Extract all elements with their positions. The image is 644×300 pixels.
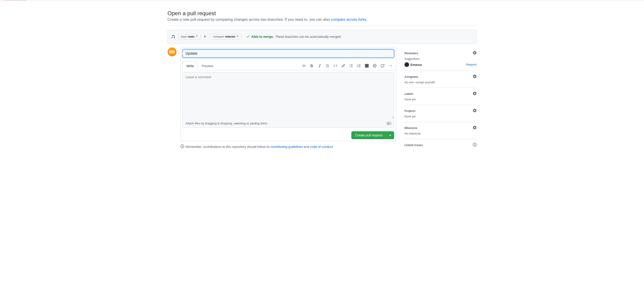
linked-issues-heading: Linked issues (404, 144, 423, 147)
arrow-left-icon (204, 35, 207, 39)
contributing-link[interactable]: contributing guidelines (271, 145, 303, 149)
milestone-value: No milestone (404, 132, 476, 135)
tab-write[interactable]: Write (182, 62, 198, 70)
footer-note: Remember, contributions to this reposito… (180, 144, 396, 149)
cross-reference-icon[interactable] (381, 64, 384, 68)
compare-forks-link[interactable]: compare across forks (331, 17, 366, 21)
user-avatar[interactable]: OS (168, 47, 177, 56)
milestone-heading[interactable]: Milestone (404, 126, 417, 130)
merge-detail-text: These branches can be automatically merg… (275, 35, 342, 38)
tab-preview[interactable]: Preview (198, 62, 217, 70)
compare-branch-selector[interactable]: compare: refactor (210, 34, 242, 40)
tasklist-icon[interactable] (365, 64, 369, 68)
unordered-list-icon[interactable] (349, 64, 353, 68)
markdown-icon[interactable]: M↓ (387, 122, 391, 125)
base-branch-name: main (188, 35, 194, 38)
projects-heading[interactable]: Projects (404, 109, 415, 113)
info-icon[interactable] (473, 143, 476, 147)
git-compare-icon (172, 35, 175, 39)
attach-hint-text[interactable]: Attach files by dragging & dropping, sel… (186, 122, 268, 125)
formatting-toolbar: ▼ (302, 64, 394, 68)
italic-icon[interactable] (318, 64, 322, 68)
footer-prefix: Remember, contributions to this reposito… (186, 145, 271, 149)
reviewers-suggestions-label: Suggestions (404, 57, 476, 60)
page-subtitle: Create a new pull request by comparing c… (168, 17, 476, 22)
quote-icon[interactable] (326, 64, 330, 68)
page-top-border (0, 0, 644, 1)
assign-yourself-link[interactable]: assign yourself (416, 81, 435, 84)
compare-branch-name: refactor (225, 35, 236, 38)
gear-icon[interactable] (473, 74, 476, 79)
assignees-prefix: No one— (404, 81, 416, 84)
subtitle-text: Create a new pull request by comparing c… (168, 17, 331, 21)
code-of-conduct-link[interactable]: code of conduct (310, 145, 333, 149)
projects-value: None yet (404, 115, 476, 118)
ordered-list-icon[interactable] (357, 64, 361, 68)
pr-form-box: Write Preview (180, 47, 396, 141)
gear-icon[interactable] (473, 51, 476, 55)
merge-able-label: Able to merge. (251, 35, 274, 38)
heading-icon[interactable] (302, 64, 306, 68)
reviewer-username[interactable]: Emanuz (410, 63, 422, 66)
footer-suffix: . (333, 145, 334, 149)
subtitle-suffix: . (366, 17, 367, 21)
labels-heading[interactable]: Labels (404, 92, 413, 95)
request-reviewer-link[interactable]: Request (466, 63, 476, 66)
page-header: Open a pull request Create a new pull re… (168, 1, 476, 26)
gear-icon[interactable] (473, 109, 476, 113)
create-pr-dropdown[interactable]: ▾ (386, 131, 394, 139)
pr-description-textarea[interactable] (183, 72, 394, 119)
base-prefix: base: (181, 35, 188, 38)
create-pr-button[interactable]: Create pull request (351, 131, 386, 139)
gear-icon[interactable] (473, 126, 476, 130)
mention-icon[interactable] (373, 64, 376, 68)
page-title: Open a pull request (168, 10, 476, 17)
labels-value: None yet (404, 98, 476, 101)
check-icon (246, 35, 250, 39)
saved-replies-icon[interactable]: ▼ (388, 64, 392, 68)
link-icon[interactable] (342, 64, 345, 68)
assignees-heading[interactable]: Assignees (404, 75, 418, 78)
compare-prefix: compare: (213, 35, 224, 38)
code-icon[interactable] (334, 64, 337, 68)
pr-title-input[interactable] (182, 49, 394, 58)
bold-icon[interactable] (310, 64, 314, 68)
info-icon (180, 144, 184, 149)
footer-middle: and (303, 145, 310, 149)
reviewer-avatar[interactable] (404, 62, 409, 67)
compare-box: base: main compare: refactor Able to mer… (168, 30, 476, 44)
gear-icon[interactable] (473, 92, 476, 96)
base-branch-selector[interactable]: base: main (178, 34, 201, 40)
merge-status: Able to merge. These branches can be aut… (246, 35, 342, 39)
reviewers-heading[interactable]: Reviewers (404, 52, 418, 55)
